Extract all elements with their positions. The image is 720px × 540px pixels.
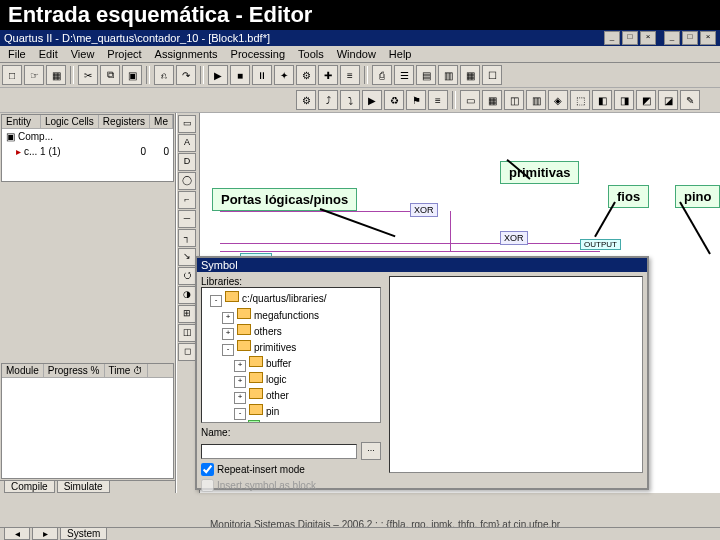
libraries-tree[interactable]: -c:/quartus/libraries/ +megafunctions +o… bbox=[201, 287, 381, 423]
menu-processing[interactable]: Processing bbox=[225, 47, 291, 61]
cut-icon[interactable]: ✂ bbox=[78, 65, 98, 85]
tool2-8-icon[interactable]: ▦ bbox=[482, 90, 502, 110]
output-pin[interactable]: OUTPUT bbox=[580, 239, 621, 250]
tool2-4-icon[interactable]: ♻ bbox=[384, 90, 404, 110]
name-label: Name: bbox=[201, 427, 230, 438]
menu-window[interactable]: Window bbox=[331, 47, 382, 61]
tool2-0-icon[interactable]: ⚙ bbox=[296, 90, 316, 110]
col-entity[interactable]: Entity bbox=[2, 115, 41, 128]
menu-view[interactable]: View bbox=[65, 47, 101, 61]
menu-file[interactable]: File bbox=[2, 47, 32, 61]
circle-tool-icon[interactable]: ◯ bbox=[178, 172, 196, 190]
list-icon[interactable]: ≡ bbox=[340, 65, 360, 85]
tool2-16-icon[interactable]: ◪ bbox=[658, 90, 678, 110]
doc-maximize-button[interactable]: □ bbox=[682, 31, 698, 45]
status-tabs: ◂ ▸ System bbox=[0, 527, 720, 540]
new-icon[interactable]: □ bbox=[2, 65, 22, 85]
xor-gate[interactable]: XOR bbox=[410, 203, 438, 217]
compile-icon[interactable]: ✦ bbox=[274, 65, 294, 85]
run-icon[interactable]: ▶ bbox=[208, 65, 228, 85]
folder-icon bbox=[249, 372, 263, 383]
close-button[interactable]: × bbox=[640, 31, 656, 45]
libraries-label: Libraries: bbox=[201, 276, 381, 287]
tool2-6-icon[interactable]: ≡ bbox=[428, 90, 448, 110]
redo-icon[interactable]: ↷ bbox=[176, 65, 196, 85]
tab-system[interactable]: System bbox=[60, 528, 107, 540]
copy-icon[interactable]: ⧉ bbox=[100, 65, 120, 85]
menu-assignments[interactable]: Assignments bbox=[149, 47, 224, 61]
tool2-2-icon[interactable]: ⤵ bbox=[340, 90, 360, 110]
menu-project[interactable]: Project bbox=[101, 47, 147, 61]
tool2-12-icon[interactable]: ⬚ bbox=[570, 90, 590, 110]
tool2-9-icon[interactable]: ◫ bbox=[504, 90, 524, 110]
tab-simulate[interactable]: Simulate bbox=[57, 481, 110, 493]
table-row[interactable]: ▣ Comp... bbox=[2, 129, 173, 144]
report-icon[interactable]: ⎙ bbox=[372, 65, 392, 85]
line-tool-icon[interactable]: ─ bbox=[178, 210, 196, 228]
paste-icon[interactable]: ▣ bbox=[122, 65, 142, 85]
select-tool-icon[interactable]: ▭ bbox=[178, 115, 196, 133]
zoom-tool-icon[interactable]: ◑ bbox=[178, 286, 196, 304]
wire[interactable] bbox=[220, 243, 600, 244]
tool2-15-icon[interactable]: ◩ bbox=[636, 90, 656, 110]
menu-tools[interactable]: Tools bbox=[292, 47, 330, 61]
tool2-11-icon[interactable]: ◈ bbox=[548, 90, 568, 110]
window1-icon[interactable]: ▤ bbox=[416, 65, 436, 85]
module-panel: Module Progress % Time ⏱ bbox=[1, 363, 174, 479]
doc-minimize-button[interactable]: _ bbox=[664, 31, 680, 45]
slide-title: Entrada esquemática - Editor bbox=[0, 0, 720, 30]
col-me[interactable]: Me bbox=[150, 115, 173, 128]
tool2-7-icon[interactable]: ▭ bbox=[460, 90, 480, 110]
symbol-name-input[interactable] bbox=[201, 444, 357, 459]
bus-tool-icon[interactable]: ┐ bbox=[178, 229, 196, 247]
pause-icon[interactable]: ⏸ bbox=[252, 65, 272, 85]
menu-help[interactable]: Help bbox=[383, 47, 418, 61]
maximize-button[interactable]: □ bbox=[622, 31, 638, 45]
text-tool-icon[interactable]: A bbox=[178, 134, 196, 152]
undo-icon[interactable]: ⎌ bbox=[154, 65, 174, 85]
col-logic-cells[interactable]: Logic Cells bbox=[41, 115, 99, 128]
menu-edit[interactable]: Edit bbox=[33, 47, 64, 61]
hier-icon[interactable]: ☰ bbox=[394, 65, 414, 85]
xor-gate[interactable]: XOR bbox=[500, 231, 528, 245]
table-row[interactable]: ▸ c... 1 (1) 0 0 bbox=[2, 144, 173, 159]
grid-tool-icon[interactable]: ⊞ bbox=[178, 305, 196, 323]
rect-tool-icon[interactable]: ◻ bbox=[178, 343, 196, 361]
wire[interactable] bbox=[220, 211, 420, 212]
tool2-10-icon[interactable]: ▥ bbox=[526, 90, 546, 110]
add-icon[interactable]: ✚ bbox=[318, 65, 338, 85]
rotate-tool-icon[interactable]: ⭯ bbox=[178, 267, 196, 285]
tool2-13-icon[interactable]: ◧ bbox=[592, 90, 612, 110]
minimize-button[interactable]: _ bbox=[604, 31, 620, 45]
save-icon[interactable]: ▦ bbox=[46, 65, 66, 85]
left-sidebar: Entity Logic Cells Registers Me ▣ Comp..… bbox=[0, 113, 176, 493]
col-registers[interactable]: Registers bbox=[99, 115, 150, 128]
tool2-17-icon[interactable]: ✎ bbox=[680, 90, 700, 110]
tool2-14-icon[interactable]: ◨ bbox=[614, 90, 634, 110]
next-tab-icon[interactable]: ▸ bbox=[32, 528, 58, 540]
tool2-5-icon[interactable]: ⚑ bbox=[406, 90, 426, 110]
settings-icon[interactable]: ⚙ bbox=[296, 65, 316, 85]
wire[interactable] bbox=[220, 251, 600, 252]
doc-close-button[interactable]: × bbox=[700, 31, 716, 45]
diagonal-tool-icon[interactable]: ↘ bbox=[178, 248, 196, 266]
window3-icon[interactable]: ▦ bbox=[460, 65, 480, 85]
prev-tab-icon[interactable]: ◂ bbox=[4, 528, 30, 540]
stop-icon[interactable]: ■ bbox=[230, 65, 250, 85]
window4-icon[interactable]: ☐ bbox=[482, 65, 502, 85]
browse-button[interactable]: ... bbox=[361, 442, 381, 460]
tool2-1-icon[interactable]: ⤴ bbox=[318, 90, 338, 110]
open-icon[interactable]: ☞ bbox=[24, 65, 44, 85]
tool2-3-icon[interactable]: ▶ bbox=[362, 90, 382, 110]
window-titlebar: Quartus II - D:\me_quartus\contador_10 -… bbox=[0, 30, 720, 46]
col-module[interactable]: Module bbox=[2, 364, 44, 377]
window2-icon[interactable]: ▥ bbox=[438, 65, 458, 85]
col-progress[interactable]: Progress % bbox=[44, 364, 105, 377]
repeat-insert-checkbox[interactable] bbox=[201, 463, 214, 476]
orthogonal-tool-icon[interactable]: ⌐ bbox=[178, 191, 196, 209]
symbol-tool-icon[interactable]: D bbox=[178, 153, 196, 171]
col-time[interactable]: Time ⏱ bbox=[105, 364, 149, 377]
tab-compile[interactable]: Compile bbox=[4, 481, 55, 493]
block-tool-icon[interactable]: ◫ bbox=[178, 324, 196, 342]
wire[interactable] bbox=[450, 211, 451, 251]
